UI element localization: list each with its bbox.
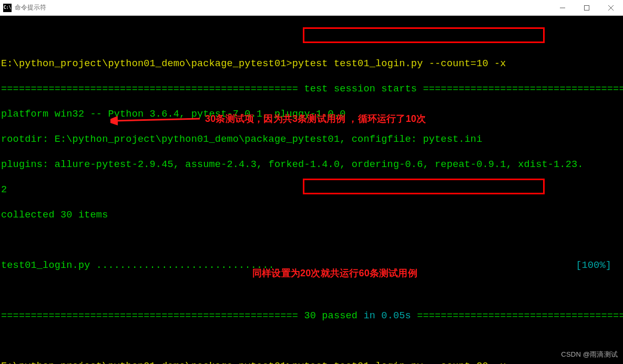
plugins-line-1b: 2: [1, 184, 623, 196]
session-sep-1: ========================================…: [1, 83, 623, 96]
collected-line-1: collected 30 items: [1, 209, 623, 222]
blank-line: [1, 234, 623, 247]
watermark: CSDN @雨滴测试: [561, 348, 618, 361]
window-controls: [550, 0, 623, 15]
svg-rect-1: [585, 5, 589, 10]
maximize-button[interactable]: [575, 0, 599, 15]
annotation-text-2: 同样设置为20次就共运行60条测试用例: [252, 267, 417, 279]
terminal-output[interactable]: E:\python_project\python01_demo\package_…: [0, 16, 623, 364]
plugins-line-1: plugins: allure-pytest-2.9.45, assume-2.…: [1, 159, 623, 171]
annotation-text-1: 30条测试项，因为共3条测试用例 ，循环运行了10次: [205, 112, 426, 125]
prompt-line-1: E:\python_project\python01_demo\package_…: [1, 58, 623, 70]
blank-line: [1, 285, 623, 297]
blank-line: [1, 33, 623, 45]
blank-line: [1, 335, 623, 348]
rootdir-line-1: rootdir: E:\python_project\python01_demo…: [1, 133, 623, 146]
minimize-button[interactable]: [550, 0, 575, 15]
close-button[interactable]: [599, 0, 623, 15]
window-title: 命令提示符: [15, 3, 46, 12]
window-titlebar: C:\ 命令提示符: [0, 0, 623, 16]
prompt-line-2: E:\python_project\python01_demo\package_…: [1, 360, 623, 364]
summary-1: ========================================…: [1, 310, 623, 323]
cmd-icon: C:\: [3, 4, 12, 12]
